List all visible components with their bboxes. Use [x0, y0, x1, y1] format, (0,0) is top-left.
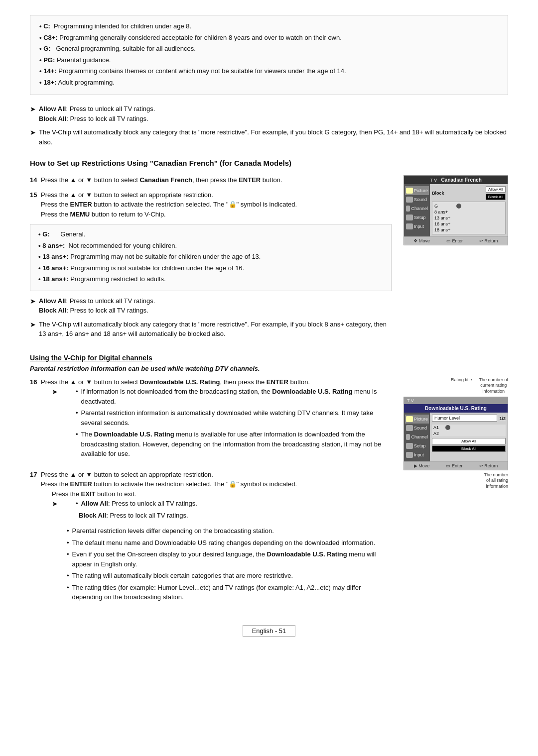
step-16-text: Press the ▲ or ▼ button to select Downlo… [41, 377, 392, 387]
bullet-c8: • C8+: Programming generally considered … [39, 33, 499, 43]
label-c8: • C8+: [39, 34, 58, 41]
tv2-label-a2: A2 [433, 431, 443, 436]
tv-btn-group-can: Allow All Block All [486, 186, 506, 200]
sub-bullet-17-block-text: Block All: Press to lock all TV ratings. [79, 511, 188, 521]
tv2-btn-group: Allow All Block All [432, 438, 506, 452]
vchip-can-text: The V-Chip will automatically block any … [39, 320, 392, 339]
tv2-sound-icon [406, 425, 413, 431]
step-16-content: Press the ▲ or ▼ button to select Downlo… [41, 377, 392, 465]
sub-bullet-16-3: • The Downloadable U.S. Rating menu is a… [76, 430, 392, 459]
step-15-line2: Press the ENTER button to activate the r… [41, 200, 297, 210]
canadian-main-col: 14 Press the ▲ or ▼ button to select Can… [30, 175, 392, 343]
step-17-b4: • The rating will automatically block ce… [67, 571, 392, 581]
digital-side-col: Rating title The number ofcurrent rating… [404, 377, 508, 610]
step-15: 15 Press the ▲ or ▼ button to select an … [30, 190, 392, 219]
step-17-num: 17 [30, 470, 41, 605]
tv-row-13ans: 13 ans+ [433, 215, 504, 221]
arrow-vchip-can: ➤ The V-Chip will automatically block an… [30, 320, 392, 339]
footer-enter-can: ▭ Enter [446, 238, 463, 243]
tv-item-sound: Sound [405, 195, 429, 204]
bullet-allow-dot: • [76, 499, 78, 509]
b2-text: The default menu name and Downloadable U… [72, 538, 376, 548]
bullet-g: • G: General programming, suitable for a… [39, 44, 499, 54]
b5-dot: • [67, 583, 69, 602]
tv2-content: Picture Sound Channel Setup [404, 413, 508, 461]
allow-all-btn-can[interactable]: Allow All [486, 186, 506, 193]
tv-main-canadian: Block Allow All Block All G [430, 184, 508, 236]
sub-bullet-16-1: • If information is not downloaded from … [76, 387, 392, 406]
step-16-num: 16 [30, 377, 41, 465]
sound-icon [406, 197, 413, 203]
tv-row-18ans: 18 ans+ [433, 227, 504, 233]
step-16-arrow: ➤ • If information is not downloaded fro… [52, 387, 392, 461]
b1-dot: • [67, 526, 69, 536]
tv2-footer-move: ▶ Move [414, 463, 430, 468]
step-16-sub: ➤ • If information is not downloaded fro… [52, 387, 392, 461]
tv2-main: Humor Level 1/2 A1 A2 [430, 413, 508, 461]
footer-return-can: ↩ Return [479, 238, 498, 243]
vchip-text-1: The V-Chip will automatically block any … [39, 127, 508, 147]
row-label-18ans: 18 ans+ [434, 227, 454, 232]
row-label-13ans: 13 ans+ [434, 216, 454, 220]
row-label-16ans: 16 ans+ [434, 221, 454, 226]
b4-text: The rating will automatically block cert… [72, 571, 293, 581]
tv2-humor-label: Humor Level [434, 416, 495, 421]
bullet-dot-2: • [76, 408, 78, 428]
page-number-text: English - 51 [252, 627, 286, 635]
section-canadian-heading: How to Set up Restrictions Using "Canadi… [30, 158, 508, 168]
tv-footer-can: ❖ Move ▭ Enter ↩ Return [404, 236, 508, 245]
tv-body-canadian: Picture Sound Channel Setup [404, 184, 508, 236]
bullet-pg: • PG: Parental guidance. [39, 55, 499, 65]
setup-icon [406, 215, 413, 220]
step-17-arrow: ➤ • Allow All: Press to unlock all TV ra… [52, 499, 392, 522]
step-17-arrow-icon: ➤ [52, 499, 58, 522]
step-15-line3: Press the MEMU button to return to V-Chi… [41, 210, 297, 219]
step-17-content: Press the ▲ or ▼ button to select an app… [41, 470, 392, 605]
canadian-inner-box: • G: General. • 8 ans+: Not recommended … [30, 224, 392, 291]
label-pg: • PG: [39, 56, 55, 64]
tv2-input-icon [406, 452, 413, 458]
step-16-arrow-icon: ➤ [52, 387, 58, 461]
tv2-item-input: Input [405, 450, 429, 459]
tv2-humor-bar: Humor Level [432, 415, 497, 422]
tv-main-header-can: Block Allow All Block All [432, 186, 506, 200]
arrow-allow-all-can: ➤ Allow All: Press to unlock all TV rati… [30, 296, 392, 316]
step-16-sub-bullets: • If information is not downloaded from … [61, 387, 392, 461]
bullet-14: • 14+: Programming contains themes or co… [39, 66, 499, 76]
tv2-humor-row: Humor Level 1/2 [432, 415, 506, 423]
tv2-label-a1: A1 [433, 425, 443, 430]
block-all-btn-can[interactable]: Block All [486, 194, 506, 200]
row-label-g: G [434, 204, 454, 209]
tv-diagram-canadian: T V Canadian French Picture Sound [404, 175, 508, 245]
step-14: 14 Press the ▲ or ▼ button to select Can… [30, 175, 392, 185]
tv2-item-sound: Sound [405, 424, 429, 432]
label-14: • 14+: [39, 67, 57, 75]
tv2-btn-area: Allow All Block All [432, 438, 506, 452]
block-all-btn-digital[interactable]: Block All [432, 445, 506, 452]
step-17-sub: Press the EXIT button to exit. ➤ • Allow… [52, 489, 392, 602]
top-bullet-list: • C: Programming intended for children u… [39, 21, 499, 87]
bullet-dot-1: • [76, 387, 78, 406]
can-bullet-18ans: • 18 ans+: Programming restricted to adu… [38, 274, 383, 284]
allow-all-btn-digital[interactable]: Allow All [432, 438, 506, 444]
arrow-allow-all-1: ➤ Allow All: Press to unlock all TV rati… [30, 104, 508, 123]
sub-bullet-16-1-text: If information is not downloaded from th… [81, 387, 392, 406]
sub-bullet-17-allow: • Allow All: Press to unlock all TV rati… [76, 499, 197, 509]
tv-sidebar-canadian: Picture Sound Channel Setup [404, 184, 430, 236]
page-wrapper: • C: Programming intended for children u… [30, 15, 508, 637]
top-bullets-box: • C: Programming intended for children u… [30, 15, 508, 95]
sub-bullet-16-3-text: The Downloadable U.S. Rating menu is ava… [81, 430, 392, 459]
sub-bullet-17-block: Block All: Press to lock all TV ratings. [76, 511, 197, 521]
tv2-setup-icon [406, 443, 413, 449]
tv2-channel-icon [406, 434, 410, 440]
callout-area: Rating title The number ofcurrent rating… [404, 377, 508, 395]
page-number-box: English - 51 [243, 625, 296, 637]
step-17-b2: • The default menu name and Downloadable… [67, 538, 392, 548]
step-17-exit-line: Press the EXIT button to exit. [52, 489, 392, 499]
tv-row-8ans: 8 ans+ [433, 209, 504, 215]
b1-text: Parental restriction levels differ depen… [72, 526, 274, 536]
step-15-content: Press the ▲ or ▼ button to select an app… [41, 190, 297, 219]
tv2-footer-return: ↩ Return [479, 463, 498, 468]
sub-bullet-17-allow-text: Allow All: Press to unlock all TV rating… [81, 499, 197, 509]
bullet-18: • 18+: Adult programming. [39, 78, 499, 88]
